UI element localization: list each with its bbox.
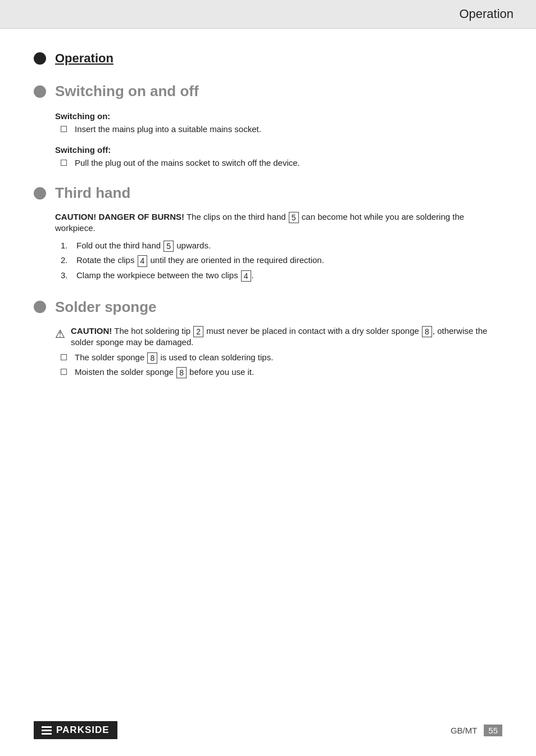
checkbox-bullet-4 xyxy=(61,369,67,375)
step-3: 3. Clamp the workpiece between the two c… xyxy=(61,270,502,282)
switching-off-text: Pull the plug out of the mains socket to… xyxy=(75,158,300,168)
sponge-ref-2: 8 xyxy=(176,367,187,378)
solder-sponge-title-text: Solder sponge xyxy=(55,298,157,316)
section-solder-sponge: Solder sponge ⚠ CAUTION! The hot solderi… xyxy=(34,298,502,379)
caution-sponge-block: ⚠ CAUTION! The hot soldering tip 2 must … xyxy=(55,326,502,347)
footer-page-label: GB/MT xyxy=(451,726,477,735)
header-title: Operation xyxy=(459,7,514,21)
step-2-num: 2. xyxy=(61,255,76,265)
sponge-item-1: The solder sponge 8 is used to clean sol… xyxy=(55,352,502,364)
page-footer: PARKSIDE GB/MT 55 xyxy=(0,721,536,739)
caution-sponge-text-2: must never be placed in contact with a d… xyxy=(204,326,421,336)
step-2-text: Rotate the clips 4 until they are orient… xyxy=(76,255,324,266)
solder-sponge-title: Solder sponge xyxy=(34,298,502,316)
footer-page-number: 55 xyxy=(484,725,502,736)
third-hand-title: Third hand xyxy=(34,184,502,202)
page-header: Operation xyxy=(0,0,536,29)
step-1: 1. Fold out the third hand 5 upwards. xyxy=(61,241,502,252)
third-hand-title-text: Third hand xyxy=(55,184,130,202)
bullet-switching xyxy=(34,85,46,98)
third-hand-steps: 1. Fold out the third hand 5 upwards. 2.… xyxy=(55,241,502,282)
operation-title: Operation xyxy=(34,51,502,66)
switching-on-text: Insert the mains plug into a suitable ma… xyxy=(75,124,261,134)
section-operation: Operation xyxy=(34,51,502,66)
operation-title-text: Operation xyxy=(55,51,113,66)
sponge-item-2: Moisten the solder sponge 8 before you u… xyxy=(55,367,502,378)
step-2: 2. Rotate the clips 4 until they are ori… xyxy=(61,255,502,266)
step-2-ref: 4 xyxy=(138,255,148,266)
checkbox-bullet-3 xyxy=(61,354,67,360)
step-1-text: Fold out the third hand 5 upwards. xyxy=(76,241,211,252)
step-3-num: 3. xyxy=(61,270,76,280)
sponge-item-2-text: Moisten the solder sponge 8 before you u… xyxy=(75,367,254,378)
caution-sponge-text-1: The hot soldering tip xyxy=(112,326,193,336)
checkbox-bullet-2 xyxy=(61,160,67,166)
step-3-text: Clamp the workpiece between the two clip… xyxy=(76,270,254,282)
caution-danger-text-1: The clips on the third hand xyxy=(184,212,288,221)
switching-title-text: Switching on and off xyxy=(55,83,199,100)
logo-text: PARKSIDE xyxy=(56,725,110,736)
section-switching: Switching on and off Switching on: Inser… xyxy=(34,83,502,168)
warning-triangle-icon: ⚠ xyxy=(55,327,65,341)
switching-off-item: Pull the plug out of the mains socket to… xyxy=(55,158,502,168)
checkbox-bullet-1 xyxy=(61,126,67,132)
step-3-ref: 4 xyxy=(241,270,251,282)
switching-title: Switching on and off xyxy=(34,83,502,100)
caution-danger-text: CAUTION! DANGER OF BURNS! The clips on t… xyxy=(55,212,502,233)
bullet-third-hand xyxy=(34,187,46,200)
sponge-ref-1: 8 xyxy=(147,352,157,364)
caution-danger-label: CAUTION! DANGER OF BURNS! xyxy=(55,212,184,221)
switching-on-item: Insert the mains plug into a suitable ma… xyxy=(55,124,502,134)
bullet-solder-sponge xyxy=(34,301,46,313)
caution-danger-ref1: 5 xyxy=(289,212,299,223)
section-third-hand: Third hand CAUTION! DANGER OF BURNS! The… xyxy=(34,184,502,282)
caution-sponge-text: CAUTION! The hot soldering tip 2 must ne… xyxy=(71,326,502,347)
switching-off-heading: Switching off: xyxy=(55,145,502,155)
caution-danger-block: CAUTION! DANGER OF BURNS! The clips on t… xyxy=(55,212,502,233)
sponge-item-1-text: The solder sponge 8 is used to clean sol… xyxy=(75,352,273,364)
caution-sponge-label: CAUTION! xyxy=(71,326,112,336)
step-1-num: 1. xyxy=(61,241,76,250)
parkside-logo: PARKSIDE xyxy=(34,721,117,739)
step-1-ref: 5 xyxy=(163,241,174,252)
caution-sponge-ref2: 8 xyxy=(422,326,432,337)
caution-sponge-ref1: 2 xyxy=(193,326,203,337)
logo-lines-icon xyxy=(42,726,52,735)
footer-page-info: GB/MT 55 xyxy=(451,725,502,736)
bullet-operation xyxy=(34,52,46,65)
switching-on-heading: Switching on: xyxy=(55,111,502,121)
